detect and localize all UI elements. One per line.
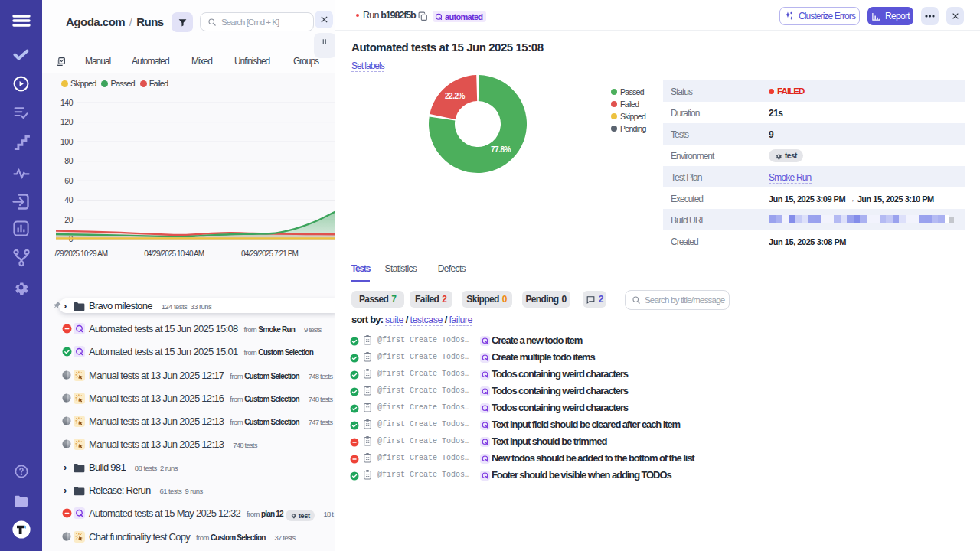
svg-text:77.8%: 77.8% [491,145,511,154]
svg-text:04/29/2025 7:21 PM: 04/29/2025 7:21 PM [241,249,298,258]
svg-text:80: 80 [64,156,73,165]
svg-text:22.2%: 22.2% [445,92,465,100]
svg-text:20: 20 [64,215,73,224]
svg-text:100: 100 [60,137,74,146]
svg-text:40: 40 [64,195,73,204]
svg-text:120: 120 [60,117,74,126]
svg-text:140: 140 [60,98,74,107]
svg-text:60: 60 [64,176,73,185]
svg-text:04/29/2025 10:40 AM: 04/29/2025 10:40 AM [144,249,204,258]
svg-text:/29/2025 10:29 AM: /29/2025 10:29 AM [55,249,108,258]
